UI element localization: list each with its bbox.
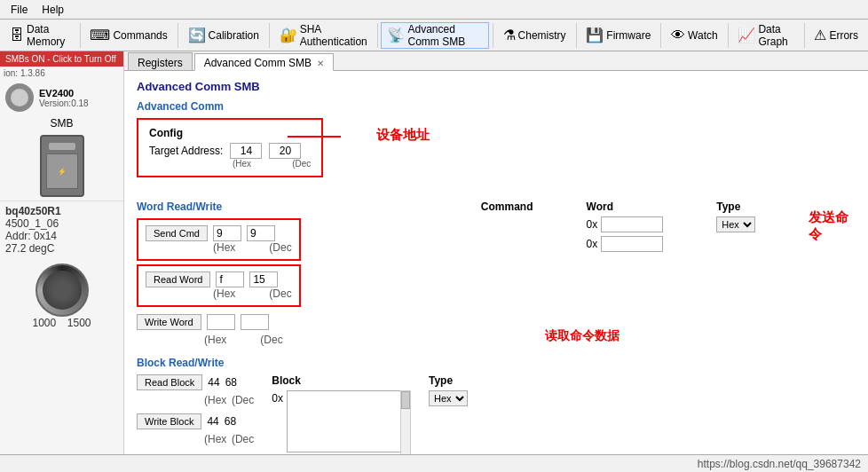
word-rw-title: Word Read/Write [137,201,428,213]
toolbar-errors-label: Errors [829,29,858,42]
type-select[interactable]: Hex Dec [716,216,755,232]
target-address-dec-input[interactable] [269,143,301,159]
toolbar-errors[interactable]: ⚠ Errors [808,22,864,49]
ev2400-name: EV2400 [39,88,89,98]
tab-advanced-comm-smb-label: Advanced Comm SMB [204,57,312,69]
read-block-scrollbar[interactable] [400,390,411,454]
tab-registers[interactable]: Registers [128,52,193,70]
read-block-row: Read Block 44 68 [137,374,254,390]
toolbar-data-graph[interactable]: 📈 Data Graph [731,22,800,49]
toolbar-calibration[interactable]: 🔄 Calibration [182,22,265,49]
toolbar-commands[interactable]: ⌨ Commands [83,22,173,49]
annotation-read-data-text: 读取命令数据 [545,328,856,344]
menu-help[interactable]: Help [35,2,71,18]
send-cmd-hints: (Hex (Dec [146,241,292,254]
wb-hex-hint: (Hex [204,433,226,445]
toolbar-advanced-comm[interactable]: 📡 Advanced Comm SMB [381,22,488,49]
sidebar: SMBs ON - Click to Turn Off ion: 1.3.86 … [0,51,124,454]
cal-icon: 🔄 [188,27,206,43]
toolbar-watch-label: Watch [688,29,718,42]
tab-advanced-comm-smb[interactable]: Advanced Comm SMB ✕ [194,53,334,71]
block-col-label: Block [272,374,411,387]
tab-close-icon[interactable]: ✕ [317,59,324,68]
write-block-button[interactable]: Write Block [137,413,201,429]
write-word-vals [207,314,269,330]
toolbar-sha[interactable]: 🔐 SHA Authentication [273,22,374,49]
main-content: Registers Advanced Comm SMB ✕ Advanced C… [124,51,868,454]
read-block-hints: (Hex (Dec [137,394,254,406]
ev2400-icon [5,83,34,112]
config-row: Target Address: [149,143,311,159]
toolbar-chemistry[interactable]: ⚗ Chemistry [497,22,572,49]
sep4 [377,23,378,48]
read-block-scrollbar-thumb [401,391,410,409]
statusbar: https://blog.csdn.net/qq_39687342 [0,454,868,472]
block-type-col: Type Hex Dec [429,374,468,406]
send-cmd-button[interactable]: Send Cmd [146,225,208,241]
block-type-select[interactable]: Hex Dec [429,390,468,406]
menu-file[interactable]: File [4,2,35,18]
block-rw-title: Block Read/Write [137,357,856,369]
battery-icon-wrap: ⚡ [0,135,123,197]
sep7 [660,23,661,48]
sep6 [576,23,577,48]
gauge-wrap: 1000 1500 [31,264,93,329]
word-label: Word [587,201,664,213]
write-word-prefix: 0x [587,238,598,250]
hex-hint: (Hex [233,159,251,169]
watch-icon: 👁 [671,28,685,43]
annotation-device-address-text: 设备地址 [376,127,430,144]
write-word-hex-input[interactable] [207,314,235,330]
ev2400-version: Version:0.18 [39,98,89,108]
toolbar-sha-label: SHA Authentication [300,23,367,48]
toolbar-data-graph-label: Data Graph [758,23,793,48]
wb-dec-hint: (Dec [232,433,254,445]
rb-dec-hint: (Dec [232,394,254,406]
smb-label: SMB [0,115,123,131]
write-word-hints: (Hex (Dec [137,334,428,346]
send-cmd-dec-hint: (Dec [269,241,291,254]
chem-icon: ⚗ [503,27,516,43]
word-rw-section: Word Read/Write Send Cmd [137,201,856,344]
toolbar-firmware-label: Firmware [606,29,651,42]
menubar: File Help [0,0,868,20]
config-label: Config [149,127,311,139]
read-block-button[interactable]: Read Block [137,374,202,390]
sidebar-header[interactable]: SMBs ON - Click to Turn Off [0,51,123,67]
write-word-button[interactable]: Write Word [137,314,201,330]
command-col-header: Command [481,201,533,240]
sep1 [80,23,81,48]
config-box: Config Target Address: (Hex (Dec [137,118,323,177]
fw-icon: 💾 [586,27,604,43]
read-word-dec-input[interactable] [249,271,278,287]
read-word-hex-hint: (Hex [213,287,235,300]
toolbar-firmware[interactable]: 💾 Firmware [580,22,657,49]
read-word-hex-input[interactable] [216,271,244,287]
toolbar: 🗄 Data Memory ⌨ Commands 🔄 Calibration 🔐… [0,20,868,51]
write-word-dec-input[interactable] [241,314,269,330]
read-block-scroll-wrap [287,390,411,454]
device2-info: bq40z50R1 4500_1_06 Addr: 0x14 27.2 degC [0,201,123,258]
device2-name: bq40z50R1 [5,205,118,217]
send-cmd-dec-input[interactable] [247,225,275,241]
read-word-value-input[interactable] [601,216,663,232]
ev2400-device: EV2400 Version:0.18 [0,80,123,115]
read-word-button[interactable]: Read Word [146,271,210,287]
read-word-input-row: 0x [587,216,664,232]
advanced-comm-title: Advanced Comm [137,100,856,113]
write-word-input-row: 0x [587,236,664,252]
toolbar-calibration-label: Calibration [209,29,259,42]
write-word-value-input[interactable] [601,236,663,252]
annotation-device-address: 设备地址 [359,127,430,144]
toolbar-data-memory[interactable]: 🗄 Data Memory [4,22,76,49]
device2-line2: Addr: 0x14 [5,230,118,242]
battery-icon: ⚡ [40,135,84,197]
send-cmd-hex-input[interactable] [213,225,241,241]
content-area: Advanced Comm SMB Advanced Comm Config T… [124,71,868,454]
read-block-textarea[interactable] [287,390,411,452]
tab-bar: Registers Advanced Comm SMB ✕ [124,51,868,71]
config-hints: (Hex (Dec [149,159,311,169]
sidebar-version: ion: 1.3.86 [0,67,123,80]
toolbar-watch[interactable]: 👁 Watch [665,22,724,49]
target-address-hex-input[interactable] [230,143,262,159]
